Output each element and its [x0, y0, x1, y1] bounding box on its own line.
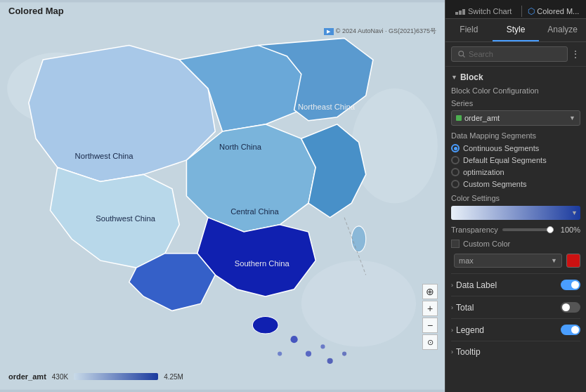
panel-tabs: Field Style Analyze: [445, 19, 586, 42]
map-container: Colored Map ▶ © 2024 AutoNavi · GS(2021)…: [0, 0, 445, 392]
legend-series-name: order_amt: [8, 372, 46, 381]
max-dropdown-arrow-icon: ▼: [551, 257, 557, 264]
legend-max-value: 4.25M: [164, 373, 183, 381]
colored-map-tab[interactable]: ⬡ Colored M...: [528, 6, 579, 16]
series-label: Series: [451, 99, 580, 107]
attribution-flag: ▶: [324, 28, 334, 35]
svg-point-2: [351, 89, 438, 203]
block-chevron-icon: ▼: [451, 74, 457, 81]
segment-default-equal[interactable]: Default Equal Segments: [451, 156, 580, 164]
segment-default-equal-label: Default Equal Segments: [463, 156, 547, 164]
map-attribution: ▶ © 2024 AutoNavi · GS(2021)6375号: [324, 27, 436, 36]
svg-point-9: [327, 358, 333, 364]
max-color-swatch[interactable]: [566, 254, 580, 268]
tab-analyze[interactable]: Analyze: [539, 19, 586, 41]
tooltip-header[interactable]: › Tooltip: [451, 347, 580, 357]
colored-map-label: Colored M...: [537, 7, 579, 15]
legend-toggle-thumb: [571, 326, 579, 334]
block-section-header[interactable]: ▼ Block: [451, 72, 580, 82]
svg-point-10: [342, 352, 346, 356]
legend-min-value: 430K: [52, 373, 68, 381]
transparency-thumb: [547, 226, 554, 233]
total-toggle-thumb: [562, 303, 570, 311]
zoom-fit-button[interactable]: ⊕: [422, 284, 438, 299]
series-color-dot: [456, 115, 462, 121]
color-settings-bar[interactable]: ▼: [451, 206, 580, 220]
segment-custom[interactable]: Custom Segments: [451, 180, 580, 188]
block-section: ▼ Block Block Color Configuration Series…: [451, 72, 580, 268]
transparency-row: Transparency 100%: [451, 226, 580, 234]
attribution-text: © 2024 AutoNavi · GS(2021)6375号: [336, 27, 436, 36]
segment-continuous[interactable]: Continuous Segments: [451, 144, 580, 152]
panel-header: Switch Chart ⬡ Colored M...: [445, 0, 586, 19]
legend-section: › Legend: [451, 318, 580, 341]
max-row: max ▼: [451, 254, 580, 268]
zoom-in-button[interactable]: +: [422, 301, 438, 316]
legend-title: Legend: [456, 325, 484, 335]
svg-point-13: [459, 51, 464, 56]
color-bar-arrow-icon: ▼: [571, 209, 578, 216]
series-dropdown-arrow-icon: ▼: [569, 115, 575, 122]
svg-point-4: [252, 317, 278, 334]
custom-color-checkbox[interactable]: [451, 240, 460, 248]
legend-color-bar: [74, 373, 158, 380]
panel-search-area: Search ⋮: [445, 42, 586, 67]
radio-optimization-icon: [451, 168, 460, 176]
data-label-toggle-thumb: [571, 281, 579, 289]
label-central: Central China: [230, 207, 279, 216]
china-map-svg: Northwest China North China Northeast Ch…: [0, 0, 445, 392]
panel-content: ▼ Block Block Color Configuration Series…: [445, 67, 586, 392]
transparency-label: Transparency: [451, 226, 498, 234]
max-dropdown[interactable]: max ▼: [454, 254, 562, 268]
svg-point-3: [301, 261, 416, 347]
legend-toggle[interactable]: [561, 325, 580, 335]
segment-optimization[interactable]: optimization: [451, 168, 580, 176]
block-color-config-label: Block Color Configuration: [451, 86, 580, 95]
custom-color-row[interactable]: Custom Color: [451, 240, 580, 248]
svg-line-14: [463, 55, 465, 58]
svg-point-11: [278, 352, 282, 356]
transparency-slider[interactable]: [502, 228, 554, 231]
label-northwest: Northwest China: [75, 152, 134, 160]
radio-custom-icon: [451, 180, 460, 188]
search-more-button[interactable]: ⋮: [571, 48, 580, 60]
total-section: › Total: [451, 296, 580, 318]
total-header[interactable]: › Total: [451, 302, 580, 313]
label-north: North China: [219, 143, 262, 151]
search-placeholder: Search: [469, 50, 493, 58]
tooltip-chevron-icon: ›: [451, 348, 453, 355]
map-title: Colored Map: [8, 6, 64, 16]
data-label-header[interactable]: › Data Label: [451, 280, 580, 290]
total-toggle[interactable]: [561, 302, 580, 313]
label-southwest: Southwest China: [96, 214, 156, 223]
data-label-title: Data Label: [456, 280, 497, 290]
search-box[interactable]: Search: [451, 46, 568, 62]
series-row: order_amt ▼: [451, 110, 580, 126]
data-label-left: › Data Label: [451, 280, 497, 290]
svg-point-8: [320, 344, 325, 348]
segment-custom-label: Custom Segments: [463, 180, 526, 188]
series-dropdown[interactable]: order_amt ▼: [451, 110, 580, 126]
max-label: max: [459, 256, 474, 265]
right-panel: Switch Chart ⬡ Colored M... Field Style …: [445, 0, 586, 392]
legend-header[interactable]: › Legend: [451, 325, 580, 335]
data-label-section: › Data Label: [451, 273, 580, 296]
switch-chart-button[interactable]: Switch Chart: [451, 4, 516, 18]
radio-default-equal-icon: [451, 156, 460, 164]
segment-optimization-label: optimization: [463, 168, 504, 176]
legend-chevron-icon: ›: [451, 327, 453, 334]
svg-point-5: [351, 226, 365, 252]
tab-style[interactable]: Style: [493, 19, 540, 41]
color-settings-label: Color Settings: [451, 194, 580, 202]
tooltip-left: › Tooltip: [451, 347, 481, 357]
series-value: order_amt: [464, 114, 569, 122]
map-controls: ⊕ + − ⊙: [422, 284, 438, 350]
tab-field[interactable]: Field: [445, 19, 493, 41]
tooltip-section: › Tooltip: [451, 341, 580, 362]
tooltip-title: Tooltip: [456, 347, 481, 357]
data-label-toggle[interactable]: [561, 280, 580, 290]
label-northeast: Northeast China: [298, 103, 356, 111]
segment-continuous-label: Continuous Segments: [463, 144, 539, 152]
zoom-out-button[interactable]: −: [422, 318, 438, 333]
reset-button[interactable]: ⊙: [422, 334, 438, 350]
